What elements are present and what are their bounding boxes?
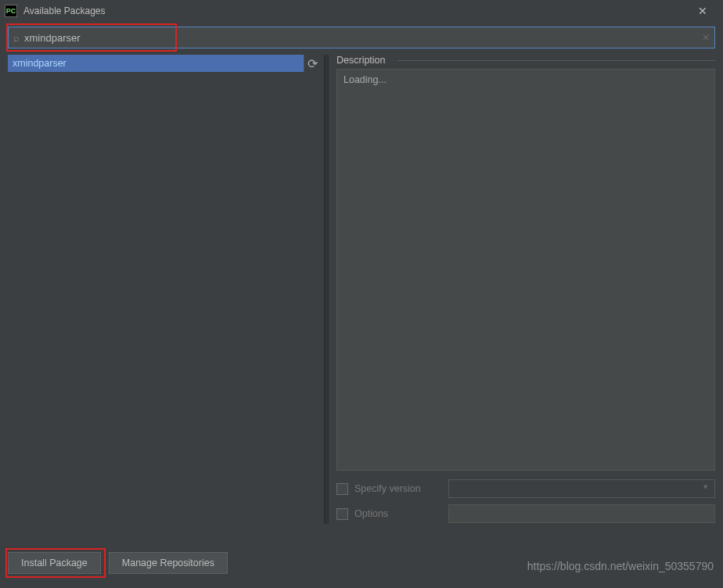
- specify-version-row: Specify version: [336, 479, 715, 499]
- titlebar: PC Available Packages ✕: [0, 0, 723, 22]
- description-box: Loading...: [336, 69, 715, 471]
- list-header-row: xmindparser ⟳: [8, 55, 321, 72]
- description-label: Description: [336, 55, 715, 66]
- search-input-wrap[interactable]: ⌕ ✕: [8, 27, 715, 48]
- package-list-body[interactable]: [8, 72, 321, 524]
- search-input[interactable]: [24, 32, 702, 44]
- install-wrap: Install Package: [8, 552, 101, 574]
- close-icon: ✕: [698, 5, 707, 17]
- options-input[interactable]: [448, 504, 715, 523]
- specify-version-checkbox[interactable]: [336, 483, 348, 495]
- reload-button[interactable]: ⟳: [304, 55, 321, 72]
- details-panel: Description Loading... Specify version O…: [329, 55, 715, 524]
- description-status: Loading...: [344, 74, 387, 85]
- content-area: xmindparser ⟳ Description Loading... Spe…: [0, 55, 723, 524]
- app-icon: PC: [5, 5, 17, 17]
- search-icon: ⌕: [13, 32, 20, 44]
- search-row: ⌕ ✕: [8, 27, 715, 48]
- options-label: Options: [354, 508, 448, 519]
- package-list-item[interactable]: xmindparser: [8, 55, 304, 72]
- window-title: Available Packages: [23, 5, 687, 16]
- options-row: Options: [336, 504, 715, 524]
- specify-version-label: Specify version: [354, 483, 448, 494]
- watermark: https://blog.csdn.net/weixin_50355790: [527, 560, 714, 572]
- clear-icon[interactable]: ✕: [702, 32, 710, 43]
- version-select[interactable]: [448, 479, 715, 498]
- manage-repositories-button[interactable]: Manage Repositories: [109, 552, 228, 574]
- close-button[interactable]: ✕: [687, 0, 718, 22]
- options-checkbox[interactable]: [336, 508, 348, 520]
- install-package-button[interactable]: Install Package: [8, 552, 101, 574]
- reload-icon: ⟳: [308, 56, 318, 71]
- package-list-panel: xmindparser ⟳: [8, 55, 321, 524]
